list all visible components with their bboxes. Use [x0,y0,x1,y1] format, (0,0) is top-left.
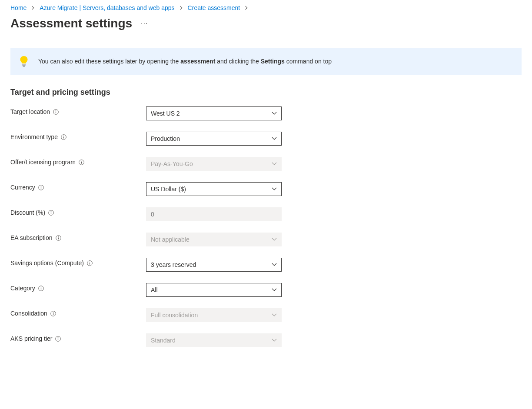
info-icon[interactable] [38,286,44,291]
svg-point-19 [58,236,59,237]
info-icon[interactable] [55,336,61,342]
label-target-location: Target location [10,108,50,115]
chevron-right-icon [244,6,249,10]
info-icon[interactable] [61,134,66,140]
chevron-down-icon [272,288,277,292]
info-text-suffix: command on top [285,58,332,65]
breadcrumb-link-azure-migrate[interactable]: Azure Migrate | Servers, databases and w… [40,4,174,11]
section-heading-target-pricing: Target and pricing settings [10,88,522,97]
svg-rect-26 [41,288,41,289]
chevron-down-icon [272,263,277,266]
form-row-savings-options: Savings options (Compute) 3 years reserv… [10,258,522,272]
input-discount [146,207,282,221]
info-text-bold1: assessment [180,58,215,65]
svg-rect-1 [23,65,26,66]
select-value: Full consolidation [151,312,198,319]
form-label-wrap: Category [10,283,146,292]
info-icon[interactable] [38,185,44,190]
form-row-environment-type: Environment type Production [10,132,522,146]
svg-point-7 [63,136,64,136]
label-aks-pricing-tier: AKS pricing tier [10,335,52,342]
info-icon[interactable] [53,109,59,115]
form-label-wrap: Savings options (Compute) [10,258,146,266]
label-discount: Discount (%) [10,209,45,216]
svg-rect-32 [58,338,58,340]
select-value: US Dollar ($) [151,186,186,193]
select-currency[interactable]: US Dollar ($) [146,182,282,196]
info-banner: You can also edit these settings later b… [10,48,522,75]
breadcrumb-link-create-assessment[interactable]: Create assessment [188,4,240,11]
select-value: West US 2 [151,110,180,117]
chevron-down-icon [272,187,277,191]
page-title: Assessment settings [10,17,132,30]
select-value: Production [151,135,180,142]
label-consolidation: Consolidation [10,310,47,317]
select-consolidation: Full consolidation [146,308,282,322]
info-icon[interactable] [87,260,93,266]
breadcrumb-link-home[interactable]: Home [10,4,27,11]
svg-rect-23 [90,263,90,264]
info-text-prefix: You can also edit these settings later b… [38,58,180,65]
chevron-down-icon [272,112,277,115]
select-value: Pay-As-You-Go [151,160,193,167]
select-environment-type[interactable]: Production [146,132,282,146]
chevron-down-icon [272,137,277,140]
label-savings-options: Savings options (Compute) [10,259,84,266]
label-environment-type: Environment type [10,133,58,140]
more-actions-button[interactable]: ··· [139,18,150,29]
info-text-mid: and clicking the [215,58,260,65]
info-icon[interactable] [56,235,61,241]
select-offer-licensing: Pay-As-You-Go [146,157,282,171]
form-row-category: Category All [10,283,522,297]
form-row-ea-subscription: EA subscription Not applicable [10,233,522,246]
lightbulb-icon [19,56,29,67]
chevron-down-icon [272,162,277,166]
select-category[interactable]: All [146,283,282,297]
form-row-offer-licensing: Offer/Licensing program Pay-As-You-Go [10,157,522,171]
page-title-row: Assessment settings ··· [10,17,522,30]
form-label-wrap: Consolidation [10,308,146,317]
breadcrumb: Home Azure Migrate | Servers, databases … [10,4,522,11]
info-icon[interactable] [79,160,84,165]
form-label-wrap: Offer/Licensing program [10,157,146,166]
form-label-wrap: Environment type [10,132,146,140]
svg-point-10 [81,161,82,162]
info-text-bold2: Settings [261,58,285,65]
form-label-wrap: Discount (%) [10,207,146,216]
form-row-discount: Discount (%) [10,207,522,221]
select-aks-pricing-tier: Standard [146,333,282,347]
svg-rect-20 [58,237,58,239]
select-value: 3 years reserved [151,261,196,268]
svg-rect-0 [22,64,26,65]
select-value: Standard [151,337,176,344]
chevron-down-icon [272,313,277,317]
chevron-right-icon [179,6,183,10]
svg-point-22 [90,262,90,263]
form-row-consolidation: Consolidation Full consolidation [10,308,522,322]
svg-point-16 [51,211,52,212]
form-label-wrap: AKS pricing tier [10,333,146,342]
svg-point-4 [56,110,57,111]
info-icon[interactable] [48,210,54,216]
select-value: Not applicable [151,236,190,243]
form-row-currency: Currency US Dollar ($) [10,182,522,196]
chevron-down-icon [272,339,277,342]
svg-rect-8 [63,136,64,138]
form-label-wrap: EA subscription [10,233,146,241]
svg-point-13 [40,186,41,187]
svg-rect-17 [51,212,51,214]
svg-rect-2 [23,66,25,67]
form-row-aks-pricing-tier: AKS pricing tier Standard [10,333,522,347]
select-target-location[interactable]: West US 2 [146,106,282,120]
svg-rect-29 [53,313,53,315]
select-value: All [151,286,158,293]
info-icon[interactable] [50,311,56,316]
form-label-wrap: Currency [10,182,146,191]
svg-rect-14 [41,187,41,189]
select-savings-options[interactable]: 3 years reserved [146,258,282,272]
label-currency: Currency [10,184,35,191]
label-ea-subscription: EA subscription [10,234,53,241]
svg-point-28 [53,312,54,313]
chevron-right-icon [31,6,35,10]
select-ea-subscription: Not applicable [146,233,282,246]
